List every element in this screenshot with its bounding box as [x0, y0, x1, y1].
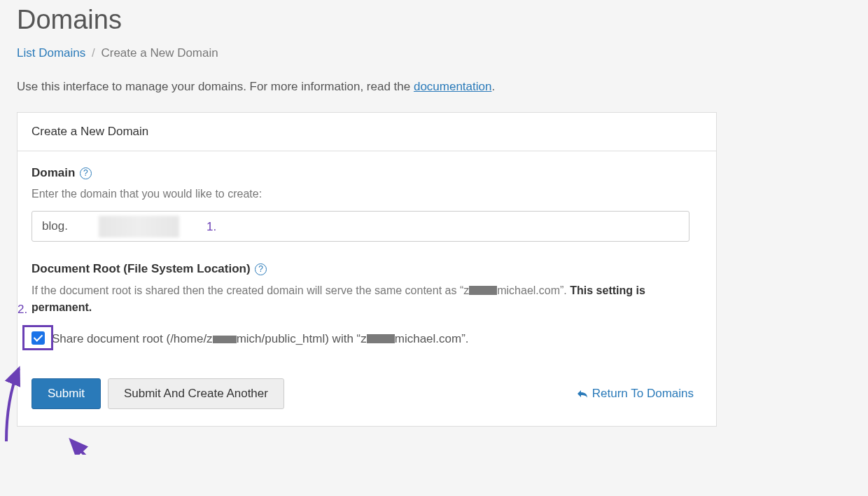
return-icon — [577, 389, 588, 399]
return-link-label: Return To Domains — [592, 385, 694, 403]
masked-text — [367, 334, 395, 343]
intro-text: Use this interface to manage your domain… — [17, 78, 717, 96]
panel-header: Create a New Domain — [18, 113, 716, 151]
submit-and-create-another-button[interactable]: Submit And Create Another — [108, 378, 284, 409]
breadcrumb-link-list-domains[interactable]: List Domains — [17, 46, 85, 60]
breadcrumb-current: Create a New Domain — [101, 46, 218, 60]
share-document-root-checkbox[interactable] — [31, 331, 45, 345]
help-icon[interactable]: ? — [80, 167, 92, 179]
masked-text — [213, 336, 237, 343]
intro-suffix: . — [491, 80, 495, 93]
breadcrumb: List Domains / Create a New Domain — [17, 44, 717, 62]
annotation-two: 2. — [18, 301, 27, 319]
return-to-domains-link[interactable]: Return To Domains — [577, 385, 694, 403]
submit-button[interactable]: Submit — [31, 378, 101, 409]
intro-prefix: Use this interface to manage your domain… — [17, 80, 414, 93]
masked-text — [469, 286, 497, 295]
share-document-root-label: Share document root (/home/zmich/public_… — [52, 330, 469, 348]
create-domain-panel: Create a New Domain Domain ? Enter the d… — [17, 112, 717, 427]
document-root-description: If the document root is shared then the … — [31, 282, 702, 316]
domain-hint: Enter the domain that you would like to … — [31, 186, 702, 202]
domain-label: Domain — [31, 164, 75, 182]
domain-input[interactable] — [31, 211, 690, 242]
document-root-label: Document Root (File System Location) — [31, 260, 251, 278]
annotation-arrow-to-submit — [46, 432, 115, 455]
help-icon[interactable]: ? — [255, 263, 267, 275]
page-title: Domains — [17, 0, 717, 40]
documentation-link[interactable]: documentation — [414, 80, 492, 93]
breadcrumb-separator: / — [92, 46, 95, 60]
